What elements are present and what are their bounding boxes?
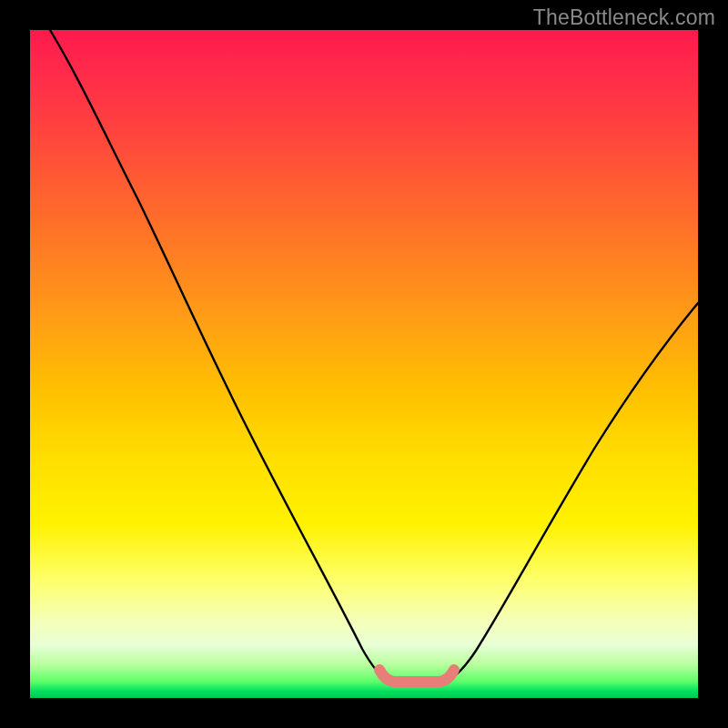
chart-stage: TheBottleneck.com xyxy=(0,0,728,728)
watermark-text: TheBottleneck.com xyxy=(533,5,715,30)
optimal-range-marker xyxy=(379,670,454,682)
plot-area xyxy=(30,30,698,698)
bottleneck-curve xyxy=(50,30,698,682)
curve-svg xyxy=(30,30,698,698)
